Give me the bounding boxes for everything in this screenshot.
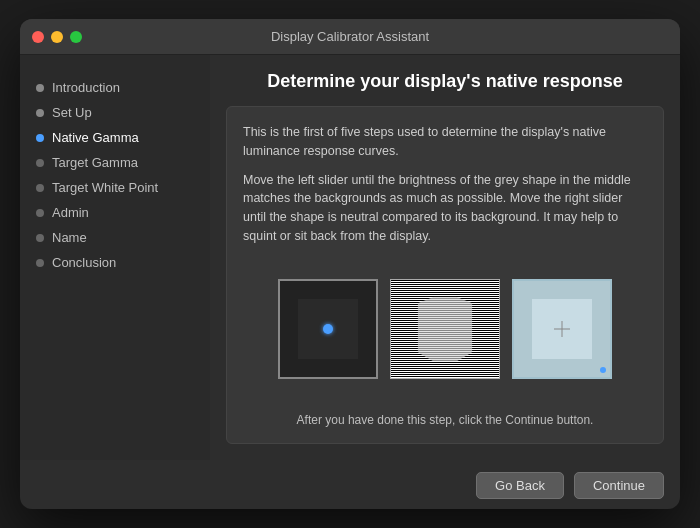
- sidebar-item-name[interactable]: Name: [20, 225, 210, 250]
- calibration-image-middle: [390, 279, 500, 379]
- content-area: Introduction Set Up Native Gamma Target …: [20, 55, 680, 460]
- close-button[interactable]: [32, 31, 44, 43]
- sidebar-label-setup: Set Up: [52, 105, 92, 120]
- app-window: Display Calibrator Assistant Introductio…: [20, 19, 680, 509]
- sidebar-item-admin[interactable]: Admin: [20, 200, 210, 225]
- sidebar-label-native-gamma: Native Gamma: [52, 130, 139, 145]
- sidebar-dot-target-white-point: [36, 184, 44, 192]
- sidebar-dot-setup: [36, 109, 44, 117]
- sidebar-item-conclusion[interactable]: Conclusion: [20, 250, 210, 275]
- calibration-image-middle-container: [390, 279, 500, 379]
- sidebar-dot-introduction: [36, 84, 44, 92]
- main-panel: This is the first of five steps used to …: [226, 106, 664, 444]
- sidebar: Introduction Set Up Native Gamma Target …: [20, 55, 210, 460]
- sidebar-label-introduction: Introduction: [52, 80, 120, 95]
- button-bar: Go Back Continue: [20, 460, 680, 509]
- sidebar-item-native-gamma[interactable]: Native Gamma: [20, 125, 210, 150]
- sidebar-item-target-white-point[interactable]: Target White Point: [20, 175, 210, 200]
- inner-square-left: [298, 299, 358, 359]
- sidebar-dot-target-gamma: [36, 159, 44, 167]
- sidebar-item-target-gamma[interactable]: Target Gamma: [20, 150, 210, 175]
- description-text-1: This is the first of five steps used to …: [243, 123, 647, 161]
- calibration-image-right-container: [512, 279, 612, 379]
- calibration-image-left: [278, 279, 378, 379]
- sidebar-dot-native-gamma: [36, 134, 44, 142]
- sidebar-label-target-white-point: Target White Point: [52, 180, 158, 195]
- sidebar-dot-admin: [36, 209, 44, 217]
- calibration-image-left-container: [278, 279, 378, 379]
- sidebar-label-name: Name: [52, 230, 87, 245]
- footer-instruction: After you have done this step, click the…: [243, 413, 647, 427]
- blue-dot-indicator: [323, 324, 333, 334]
- traffic-lights: [32, 31, 82, 43]
- go-back-button[interactable]: Go Back: [476, 472, 564, 499]
- crosshair-icon: [554, 321, 570, 337]
- main-content: Determine your display's native response…: [210, 55, 680, 460]
- page-title: Determine your display's native response: [226, 71, 664, 92]
- sidebar-item-introduction[interactable]: Introduction: [20, 75, 210, 100]
- description-text-2: Move the left slider until the brightnes…: [243, 171, 647, 246]
- window-title: Display Calibrator Assistant: [271, 29, 429, 44]
- inner-square-right: [532, 299, 592, 359]
- sidebar-label-target-gamma: Target Gamma: [52, 155, 138, 170]
- calibration-images: [243, 256, 647, 404]
- minimize-button[interactable]: [51, 31, 63, 43]
- maximize-button[interactable]: [70, 31, 82, 43]
- sidebar-dot-conclusion: [36, 259, 44, 267]
- sidebar-label-admin: Admin: [52, 205, 89, 220]
- titlebar: Display Calibrator Assistant: [20, 19, 680, 55]
- small-blue-dot: [600, 367, 606, 373]
- sidebar-dot-name: [36, 234, 44, 242]
- continue-button[interactable]: Continue: [574, 472, 664, 499]
- sidebar-item-setup[interactable]: Set Up: [20, 100, 210, 125]
- apple-shape-overlay: [418, 297, 473, 362]
- calibration-image-right: [512, 279, 612, 379]
- sidebar-label-conclusion: Conclusion: [52, 255, 116, 270]
